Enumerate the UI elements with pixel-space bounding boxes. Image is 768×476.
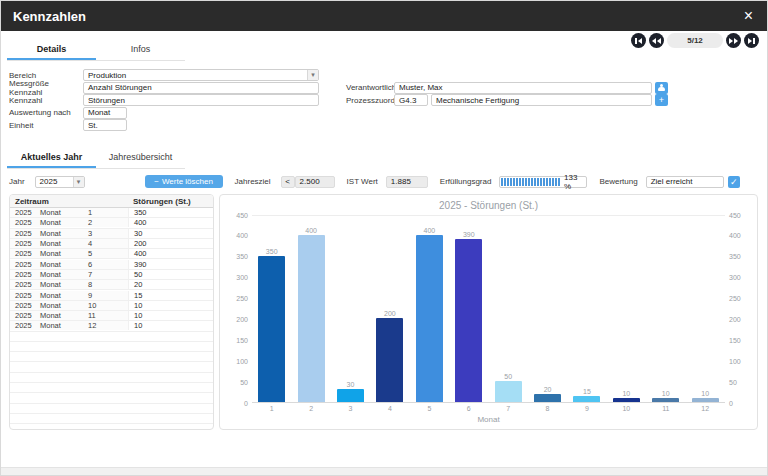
bar [652, 398, 679, 402]
table-row[interactable]: 2025Monat1210 [10, 321, 213, 331]
table-row-empty[interactable] [10, 404, 213, 414]
auswertung-field[interactable]: Monat [83, 107, 127, 119]
row-month-number: 5 [88, 249, 128, 258]
jahr-select[interactable]: 2025 ▾ [35, 176, 85, 188]
bewertung-field[interactable]: Ziel erreicht [646, 176, 724, 188]
tab-details[interactable]: Details [7, 39, 96, 60]
messgroesse-field[interactable]: Anzahl Störungen [83, 82, 319, 94]
row-value: 390 [128, 260, 213, 269]
monthly-values-table: Zeitraum Störungen (St.) 2025Monat135020… [9, 194, 214, 430]
row-year: 2025 [10, 229, 40, 238]
detail-form: Bereich Produktion ▾ Messgröße Kennzahl … [9, 69, 319, 132]
table-row[interactable]: 2025Monat2400 [10, 218, 213, 228]
bewertung-checkbox[interactable]: ✓ [728, 176, 740, 188]
table-row[interactable]: 2025Monat915 [10, 290, 213, 300]
row-year: 2025 [10, 239, 40, 248]
y-tick-label: 350 [729, 253, 741, 260]
arrow-right-icon [734, 38, 738, 44]
detail-tabs: Details Infos [7, 39, 185, 61]
verantwortlich-field[interactable]: Muster, Max [394, 82, 652, 94]
previous-record-button[interactable] [649, 33, 664, 48]
table-row[interactable]: 2025Monat5400 [10, 249, 213, 259]
y-axis-left: 450400350300250200150100500 [226, 215, 252, 403]
row-year: 2025 [10, 301, 40, 310]
table-row-empty[interactable] [10, 362, 213, 372]
row-year: 2025 [10, 291, 40, 300]
bar-value-label: 10 [701, 390, 709, 397]
y-tick-label: 250 [729, 295, 741, 302]
erfuellungsgrad-label: Erfüllungsgrad [440, 177, 492, 186]
x-axis-labels: 123456789101112 [252, 405, 725, 412]
select-person-button[interactable] [655, 82, 668, 94]
bar-value-label: 200 [384, 310, 396, 317]
bar [337, 389, 364, 402]
add-process-button[interactable]: + [655, 94, 668, 106]
table-row-empty[interactable] [10, 342, 213, 352]
row-month-number: 11 [88, 311, 128, 320]
table-row[interactable]: 2025Monat1350 [10, 208, 213, 218]
tab-aktuelles-jahr[interactable]: Aktuelles Jahr [7, 147, 96, 168]
bar-value-label: 10 [662, 390, 670, 397]
tab-jahresuebersicht[interactable]: Jahresübersicht [96, 147, 185, 168]
row-year: 2025 [10, 208, 40, 217]
row-month-number: 4 [88, 239, 128, 248]
table-row-empty[interactable] [10, 414, 213, 424]
skip-end-icon [753, 38, 755, 44]
year-controls: Jahr 2025 ▾ − Werte löschen Jahresziel <… [9, 175, 761, 188]
assignment-form: Verantwortlich Muster, Max Prozesszuordn… [346, 82, 668, 107]
table-row-empty[interactable] [10, 332, 213, 342]
bar-slot: 200 [371, 310, 409, 402]
row-period: Monat [40, 229, 88, 238]
werte-loeschen-button[interactable]: − Werte löschen [145, 175, 223, 188]
bar [298, 235, 325, 402]
table-row[interactable]: 2025Monat330 [10, 229, 213, 239]
ist-wert-field[interactable]: 1.885 [386, 176, 428, 188]
zeitraum-header: Zeitraum [10, 197, 128, 206]
kennzahlen-window: Kennzahlen × 5/12 Details Infos Bereich [0, 0, 768, 476]
bar [534, 394, 561, 402]
auswertung-label: Auswertung nach [9, 108, 83, 117]
first-record-button[interactable] [631, 33, 646, 48]
chart-title: 2025 - Störungen (St.) [220, 200, 757, 211]
jahresziel-value-field[interactable]: 2.500 [295, 176, 335, 188]
kennzahl-field[interactable]: Störungen [83, 94, 319, 106]
table-row[interactable]: 2025Monat750 [10, 270, 213, 280]
table-row-empty[interactable] [10, 373, 213, 383]
bar [573, 396, 600, 402]
y-tick-label: 250 [236, 295, 248, 302]
einheit-field[interactable]: St. [83, 119, 127, 131]
arrow-left-icon [638, 38, 642, 44]
jahresziel-operator-field[interactable]: < [281, 176, 295, 188]
arrow-left-icon [657, 38, 661, 44]
table-row-empty[interactable] [10, 352, 213, 362]
table-row[interactable]: 2025Monat4200 [10, 239, 213, 249]
bar-slot: 50 [489, 373, 527, 402]
last-record-button[interactable] [744, 33, 759, 48]
prozess-code-field[interactable]: G4.3 [394, 94, 428, 106]
value-header: Störungen (St.) [128, 197, 213, 206]
row-value: 15 [128, 291, 213, 300]
next-record-button[interactable] [726, 33, 741, 48]
werte-loeschen-label: Werte löschen [162, 177, 213, 186]
close-icon[interactable]: × [744, 8, 753, 24]
table-row[interactable]: 2025Monat1110 [10, 311, 213, 321]
x-tick-label: 2 [292, 405, 330, 412]
bar [692, 398, 719, 402]
bar-slot: 10 [647, 390, 685, 402]
prozess-name-field[interactable]: Mechanische Fertigung [431, 94, 652, 106]
tab-infos[interactable]: Infos [96, 39, 185, 60]
table-row-empty[interactable] [10, 383, 213, 393]
table-row[interactable]: 2025Monat820 [10, 280, 213, 290]
row-value: 400 [128, 218, 213, 227]
row-period: Monat [40, 249, 88, 258]
jahr-value: 2025 [40, 177, 58, 186]
y-tick-label: 150 [729, 337, 741, 344]
table-row[interactable]: 2025Monat1010 [10, 301, 213, 311]
bar-slot: 15 [568, 388, 606, 402]
table-row-empty[interactable] [10, 393, 213, 403]
bar-value-label: 15 [583, 388, 591, 395]
bereich-select[interactable]: Produktion ▾ [83, 69, 319, 81]
table-row[interactable]: 2025Monat6390 [10, 259, 213, 269]
bar-value-label: 30 [347, 381, 355, 388]
row-year: 2025 [10, 321, 40, 330]
